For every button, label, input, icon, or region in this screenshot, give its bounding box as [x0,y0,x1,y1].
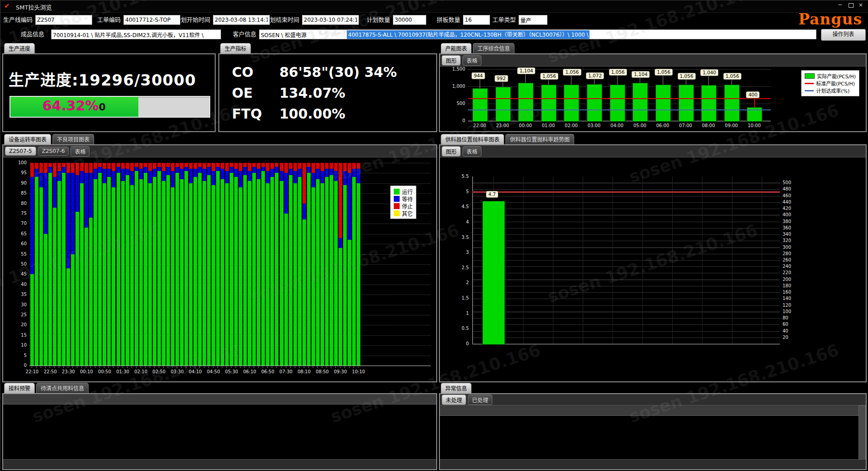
equipment-bar-seg-停止 [62,163,66,167]
subtab-capacity-table[interactable]: 表格 [462,55,481,66]
subtab-unprocessed[interactable]: 未处理 [442,395,466,405]
equipment-x-minortick [168,366,168,368]
field-input-5[interactable] [463,15,490,25]
feeder-right-ytick: 180 [783,283,796,288]
capacity-xtick: 01:00 [536,123,561,128]
feeder-gridline [472,254,780,254]
tab-feeder-trend[interactable]: 供料器位置抛料率趋势图 [505,134,574,144]
equipment-bar-seg-运行 [248,181,251,366]
equipment-bar-seg-运行 [239,187,242,366]
field-label-4: 计划数量 [367,14,390,25]
equipment-bar-seg-停止 [198,163,202,167]
equipment-bar-seg-运行 [257,179,260,366]
equipment-x-minortick [190,366,191,368]
subtab-capacity-graph[interactable]: 图形 [442,55,461,66]
subtab-equipment-table[interactable]: 表格 [71,146,90,157]
tab-defect-chart[interactable]: 不良项目图表 [52,134,94,144]
equipment-bar-seg-等待 [325,169,329,177]
field-input-6[interactable] [519,15,547,25]
minimize-button[interactable]: ─ [835,2,845,9]
tab-feeder-rate[interactable]: 供料器位置抛料率图表 [441,134,504,144]
equipment-x-minortick [354,366,354,368]
equipment-bar-seg-运行 [44,234,47,366]
subtab-feeder-graph[interactable]: 图形 [442,146,461,157]
tab-production-progress[interactable]: 生产进度 [4,43,35,53]
capacity-bar [541,85,557,122]
equipment-bar-seg-等待 [166,167,170,175]
tab-capacity-chart[interactable]: 产能图表 [441,43,472,53]
equipment-x-minortick [145,366,146,368]
progress-percent-text: 64.32%0 [10,98,138,114]
tab-shared-material[interactable]: 待清点共用料信息 [36,383,89,393]
standard-line-drop [754,98,755,107]
subtab-line-z2s07-5[interactable]: Z2S07-5 [5,147,36,156]
tab-equipment-rate[interactable]: 设备运转率图表 [4,134,51,144]
next-order-label: 下工单信息 [317,29,346,40]
equipment-bar-seg-停止 [302,163,306,204]
tab-material-warning[interactable]: 接料预警 [4,383,35,393]
equipment-bar-seg-等待 [107,169,111,177]
subtab-line-z2s07-6[interactable]: Z2S07-6 [38,147,69,156]
feeder-right-ytick: 320 [783,238,796,243]
equipment-ytick: 60 [7,241,27,246]
equipment-bar-seg-运行 [252,173,256,366]
next-order-input[interactable]: 40017875-S-ALL \ 70010937(贴片半成品，120CNL-1… [347,29,816,39]
capacity-bar [679,85,694,122]
subtab-processed[interactable]: 已处理 [468,395,492,405]
tab-abnormal-info[interactable]: 异常信息 [441,383,472,393]
production-metrics-region: 生产指标 CO86'58"(30) 34% OE134.07% FTQ100.0… [218,43,437,132]
equipment-bar-seg-等待 [30,177,34,274]
legend-label: 标准产能(PCS/H) [816,80,855,87]
tab-process-summary[interactable]: 工序综合信息 [473,43,514,53]
equipment-bar-seg-停止 [270,163,274,169]
feeder-left-ytick: 5.5 [449,174,469,179]
equipment-bar-seg-等待 [44,173,47,233]
equipment-bar-seg-运行 [75,212,79,366]
field-input-1[interactable] [123,15,180,25]
field-input-2[interactable] [213,15,270,25]
equipment-bar-seg-停止 [112,163,115,171]
equipment-bar-seg-等待 [248,171,251,181]
equipment-bar-seg-运行 [302,219,306,366]
equipment-bar-seg-运行 [189,183,193,366]
field-input-4[interactable] [393,15,426,25]
metric-co: CO86'58"(30) 34% [232,64,397,80]
feeder-rate-region: 供料器位置抛料率图表 供料器位置抛料率趋势图 图形 表格 20406080100… [439,134,867,382]
equipment-bar-seg-等待 [261,167,265,171]
equipment-legend: 运行等待停止其它 [390,186,416,219]
equipment-rate-panel: Z2S07-5 Z2S07-6 表格 051015202530354045505… [2,144,437,382]
equipment-bar-seg-运行 [175,173,179,366]
equipment-bar-seg-运行 [117,173,120,366]
equipment-bar-seg-停止 [243,163,247,167]
feeder-gridline [472,222,780,222]
equipment-x-minortick [245,366,245,368]
equipment-bar-seg-等待 [135,167,138,171]
action-list-button[interactable]: 操作列表 [821,29,866,41]
equipment-bar-seg-等待 [311,173,315,187]
product-info-input[interactable] [51,29,221,39]
equipment-bar-seg-等待 [148,171,152,183]
equipment-bar-seg-停止 [130,163,134,171]
capacity-value-label: 1,056 [678,73,696,80]
capacity-ytick: 0 [442,118,465,123]
restore-button[interactable] [846,2,856,9]
feeder-warning-line [472,191,780,193]
equipment-bar-seg-等待 [230,167,233,173]
equipment-bar-seg-运行 [53,208,57,366]
subtab-feeder-table[interactable]: 表格 [462,146,481,157]
equipment-bar-seg-运行 [203,181,206,366]
equipment-bar-seg-停止 [311,163,315,173]
close-button[interactable]: × [856,2,866,9]
field-input-3[interactable] [302,15,359,25]
production-progress-region: 生产进度 生产进度:19296/30000 64.32%0 [2,43,216,132]
capacity-xtick: 03:00 [581,123,607,128]
abnormal-table-body [440,415,859,460]
tab-production-metrics[interactable]: 生产指标 [220,43,251,53]
abnormal-vertical-scrollbar[interactable] [859,405,866,460]
field-input-0[interactable] [35,15,92,25]
equipment-bar-seg-停止 [334,163,338,171]
equipment-bar-seg-停止 [30,163,34,177]
capacity-value-label: 1,072 [586,72,604,79]
equipment-x-minortick [290,366,291,368]
feeder-vgridline [523,176,524,344]
